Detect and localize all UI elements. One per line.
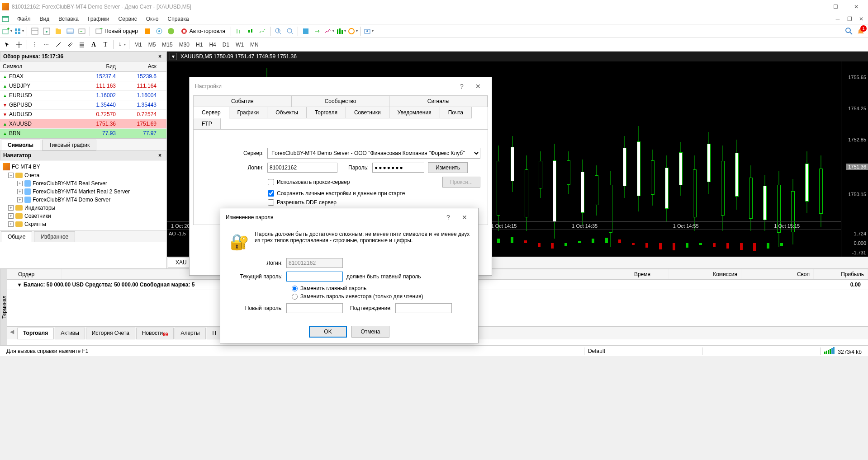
server-item[interactable]: +ForexClubBY-MT4 Market Real 2 Server xyxy=(1,188,166,196)
menu-Вид[interactable]: Вид xyxy=(35,14,54,23)
expand-icon[interactable]: + xyxy=(8,213,14,219)
tab-trade[interactable]: Торговля xyxy=(306,107,346,118)
chart-shift-button[interactable] xyxy=(312,26,323,37)
col-commission[interactable]: Комиссия xyxy=(669,269,741,279)
tree-root[interactable]: FC MT4 BY xyxy=(1,162,166,171)
profiles-button[interactable]: ▾ xyxy=(14,26,24,37)
mdi-minimize-button[interactable]: ─ xyxy=(833,14,843,24)
zoom-out-button[interactable]: − xyxy=(285,26,295,37)
periodicity-button[interactable]: ▾ xyxy=(336,26,346,37)
screenshot-button[interactable]: ▾ xyxy=(363,26,374,37)
symbol-row-XAUUSD[interactable]: ▲XAUUSD 1751.36 1751.69 xyxy=(0,119,166,129)
tab-common[interactable]: Общие xyxy=(1,231,32,242)
tab-experts[interactable]: Советники xyxy=(346,107,389,118)
market-watch-toggle[interactable] xyxy=(29,26,40,37)
data-window-toggle[interactable] xyxy=(41,26,52,37)
terminal-tab-1[interactable]: Активы xyxy=(55,328,85,339)
tab-email[interactable]: Почта xyxy=(440,107,472,118)
tab-community[interactable]: Сообщество xyxy=(291,95,390,107)
indicators-button[interactable]: ▾ xyxy=(324,26,335,37)
status-profile[interactable]: Default xyxy=(584,348,702,354)
menu-Графики[interactable]: Графики xyxy=(83,14,114,23)
timeframe-H4[interactable]: H4 xyxy=(206,40,218,49)
tab-events[interactable]: События xyxy=(193,95,292,107)
cursor-button[interactable] xyxy=(2,39,13,50)
symbol-row-USDJPY[interactable]: ▲USDJPY 111.163 111.164 xyxy=(0,81,166,91)
vertical-line-button[interactable] xyxy=(29,39,40,50)
ok-button[interactable]: OK xyxy=(309,326,347,338)
pwd-title-bar[interactable]: Изменение пароля ? ✕ xyxy=(220,208,478,226)
pwd-new-input[interactable] xyxy=(286,303,343,313)
autotrading-button[interactable]: Авто-торговля xyxy=(177,26,228,37)
new-chart-button[interactable]: +▾ xyxy=(2,26,13,37)
tree-folder-Советники[interactable]: +Советники xyxy=(1,212,166,220)
col-swap[interactable]: Своп xyxy=(741,269,814,279)
server-item[interactable]: +ForexClubBY-MT4 Real Server xyxy=(1,179,166,188)
connection-status[interactable]: 3273/4 kb xyxy=(821,347,865,355)
maximize-button[interactable]: ☐ xyxy=(825,0,846,14)
password-input[interactable] xyxy=(372,163,424,173)
search-button[interactable] xyxy=(844,26,854,37)
symbol-row-EURUSD[interactable]: ▲EURUSD 1.16002 1.16004 xyxy=(0,91,166,100)
terminal-tab-0[interactable]: Торговля xyxy=(17,328,54,339)
tab-ftp[interactable]: FTP xyxy=(193,118,221,130)
symbol-row-GBPUSD[interactable]: ▼GBPUSD 1.35440 1.35443 xyxy=(0,100,166,110)
chart-expand-icon[interactable]: ▾ xyxy=(170,53,177,60)
navigator-close-icon[interactable]: × xyxy=(157,152,163,159)
text-label-button[interactable]: T xyxy=(100,39,111,50)
expand-icon[interactable]: + xyxy=(17,197,23,202)
strategy-tester-toggle[interactable] xyxy=(76,26,87,37)
terminal-toggle[interactable] xyxy=(65,26,76,37)
proxy-button[interactable]: Прокси... xyxy=(442,177,480,188)
expand-icon[interactable]: + xyxy=(8,221,14,227)
pwd-confirm-input[interactable] xyxy=(395,303,452,313)
symbol-row-FDAX[interactable]: ▲FDAX 15237.4 15239.6 xyxy=(0,72,166,81)
fibonacci-button[interactable] xyxy=(76,39,87,50)
timeframe-D1[interactable]: D1 xyxy=(220,40,232,49)
help-button[interactable]: ? xyxy=(440,212,456,223)
market-button[interactable] xyxy=(166,26,176,37)
terminal-tab-3[interactable]: Новости99 xyxy=(136,328,174,339)
close-button[interactable]: ✕ xyxy=(470,81,486,92)
market-watch-close-icon[interactable]: × xyxy=(157,53,163,60)
pwd-current-input[interactable] xyxy=(286,272,343,282)
bar-chart-button[interactable] xyxy=(233,26,244,37)
menu-Сервис[interactable]: Сервис xyxy=(114,14,142,23)
expand-icon[interactable]: + xyxy=(17,189,23,194)
timeframe-MN[interactable]: MN xyxy=(247,40,261,49)
minimize-button[interactable]: ─ xyxy=(805,0,825,14)
replace-master-radio[interactable] xyxy=(292,286,298,291)
text-button[interactable]: A xyxy=(88,39,99,50)
col-ask[interactable]: Аск xyxy=(119,61,159,71)
timeframe-M30[interactable]: M30 xyxy=(176,40,192,49)
timeframe-M5[interactable]: M5 xyxy=(146,40,159,49)
dde-checkbox[interactable] xyxy=(268,199,274,206)
timeframe-M15[interactable]: M15 xyxy=(159,40,175,49)
help-button[interactable]: ? xyxy=(454,81,470,92)
candle-chart-button[interactable] xyxy=(245,26,256,37)
symbol-row-AUDUSD[interactable]: ▼AUDUSD 0.72570 0.72574 xyxy=(0,110,166,119)
col-order[interactable]: Ордер xyxy=(7,269,62,279)
tab-objects[interactable]: Объекты xyxy=(267,107,307,118)
collapse-icon[interactable]: − xyxy=(8,173,14,178)
menu-Файл[interactable]: Файл xyxy=(13,14,35,23)
menu-Справка[interactable]: Справка xyxy=(163,14,194,23)
navigator-toggle[interactable] xyxy=(53,26,64,37)
tab-charts[interactable]: Графики xyxy=(229,107,268,118)
login-input[interactable] xyxy=(267,163,337,173)
server-select[interactable]: ForexClubBY-MT4 Demo Server - ООО "Финан… xyxy=(267,148,480,159)
tab-notifications[interactable]: Уведомления xyxy=(389,107,440,118)
col-symbol[interactable]: Символ xyxy=(0,61,78,71)
tab-server[interactable]: Сервер xyxy=(193,107,229,118)
tab-signals[interactable]: Сигналы xyxy=(389,95,488,107)
signals-button[interactable] xyxy=(154,26,165,37)
tree-folder-Скрипты[interactable]: +Скрипты xyxy=(1,220,166,228)
close-button[interactable]: ✕ xyxy=(846,0,866,14)
tab-symbols[interactable]: Символы xyxy=(1,140,40,150)
mdi-close-button[interactable]: ✕ xyxy=(856,14,866,24)
horizontal-line-button[interactable] xyxy=(41,39,52,50)
save-settings-checkbox[interactable] xyxy=(268,190,274,197)
server-item[interactable]: +ForexClubBY-MT4 Demo Server xyxy=(1,196,166,204)
close-button[interactable]: ✕ xyxy=(456,212,473,223)
expand-icon[interactable]: + xyxy=(8,205,14,211)
